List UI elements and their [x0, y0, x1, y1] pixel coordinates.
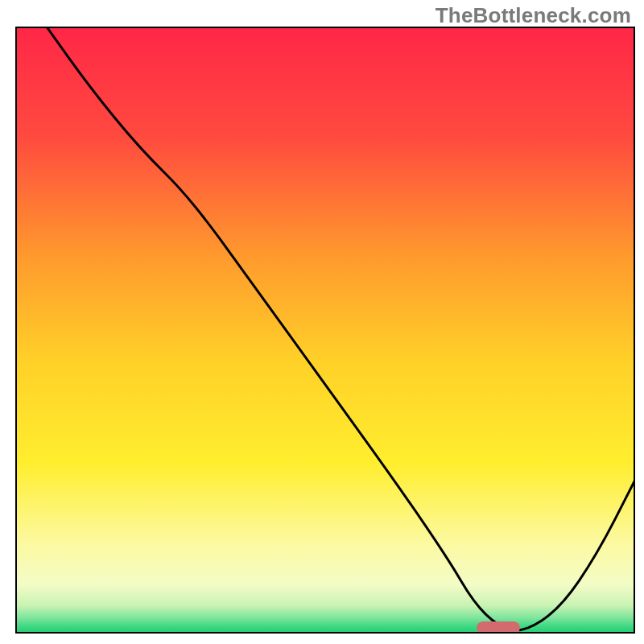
gradient-background — [16, 27, 634, 633]
bottleneck-chart: TheBottleneck.com — [0, 0, 644, 644]
watermark-text: TheBottleneck.com — [436, 3, 631, 28]
chart-svg — [0, 0, 644, 644]
